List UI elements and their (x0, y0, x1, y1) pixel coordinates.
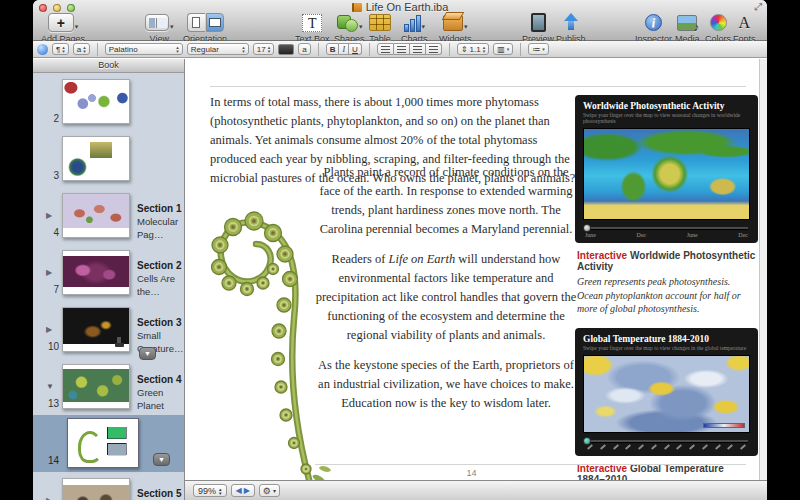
page-thumbnail[interactable] (62, 79, 130, 124)
interactive-tag: Interactive (577, 250, 627, 261)
section-thumbnail[interactable] (62, 478, 130, 500)
landscape-icon[interactable] (206, 13, 224, 32)
body-paragraph-2: Plants paint a record of climate conditi… (313, 163, 579, 239)
bold-button[interactable]: B (326, 43, 340, 55)
book-page[interactable]: In terms of total mass, there is about 1… (185, 59, 758, 480)
book-sidebar: Book 2 3 ▶ 4 Section 1Molecular Pag… ▶ 7… (33, 59, 185, 500)
portrait-icon[interactable] (187, 13, 205, 32)
text-style-group: B I U (326, 43, 362, 55)
font-size-stepper[interactable]: 17▴▾ (253, 43, 274, 55)
text-box-button[interactable]: T Text Box (295, 12, 330, 44)
align-right-button[interactable] (410, 43, 426, 55)
disclosure-triangle-icon[interactable]: ▶ (46, 496, 52, 500)
columns-dropdown[interactable]: ▥ ▾ (493, 43, 513, 55)
align-left-button[interactable] (377, 43, 394, 55)
sidebar-page-3[interactable]: 3 (33, 130, 184, 187)
alignment-group (377, 43, 442, 55)
temperature-widget[interactable]: Global Temperature 1884-2010 Swipe your … (575, 328, 758, 456)
vertical-scrollbar[interactable] (759, 59, 767, 480)
next-page-button[interactable]: ▶ (244, 486, 250, 495)
fonts-icon: A (738, 14, 750, 32)
disclosure-triangle-icon[interactable]: ▶ (46, 325, 52, 334)
shapes-button[interactable]: ▾ Shapes (334, 12, 365, 44)
page-thumbnail[interactable] (62, 136, 130, 181)
page-top-rule (210, 86, 746, 87)
zoom-level-dropdown[interactable]: 99%▴▾ (193, 484, 227, 497)
character-style-dropdown[interactable]: a▴▾ (73, 43, 90, 55)
sidebar-section-3[interactable]: ▶ 10 Section 3Small Creature… ▼ (33, 301, 184, 358)
sidebar-section-1[interactable]: ▶ 4 Section 1Molecular Pag… (33, 187, 184, 244)
align-center-button[interactable] (394, 43, 410, 55)
page-nav-buttons: ◀ ▶ (231, 484, 255, 497)
charts-button[interactable]: ▾ Charts (401, 12, 428, 44)
text-box-icon: T (302, 14, 322, 32)
titlebar: Life On Earth.iba ⤢ +▾ Add Pages ▾ View … (33, 0, 767, 41)
photosynthesis-map[interactable] (583, 128, 750, 220)
year-tick-marks (587, 446, 746, 448)
section-thumbnail[interactable] (62, 364, 130, 409)
sidebar-header: Book (33, 59, 184, 73)
slider-knob-icon[interactable] (583, 437, 591, 445)
sidebar-section-2[interactable]: ▶ 7 Section 2Cells Are the… (33, 244, 184, 301)
page-thumbnail[interactable] (67, 418, 139, 468)
background-color-well[interactable]: a (298, 43, 310, 55)
widget-column: Worldwide Photosynthetic Activity Swipe … (575, 95, 758, 480)
photosynthesis-caption: InteractiveWorldwide Photosynthetic Acti… (577, 250, 756, 316)
slider-knob-icon[interactable] (583, 224, 591, 232)
temperature-map[interactable] (583, 355, 750, 433)
colors-icon (710, 14, 727, 31)
action-gear-menu[interactable]: ⚙▾ (259, 484, 280, 497)
stamp-cursor-icon (115, 337, 124, 348)
table-button[interactable]: Table (369, 12, 391, 44)
add-pages-button[interactable]: +▾ Add Pages (41, 12, 85, 44)
orientation-control[interactable]: Orientation (183, 12, 227, 44)
section-thumbnail[interactable] (62, 193, 130, 238)
page-bottom-rule (315, 464, 746, 465)
italic-button[interactable]: I (339, 43, 349, 55)
page-options-button[interactable]: ▼ (153, 453, 170, 466)
sidebar-page-14-selected[interactable]: 14 ▼ (33, 415, 184, 472)
view-button[interactable]: ▾ View (145, 12, 174, 44)
disclosure-triangle-icon[interactable]: ▶ (46, 211, 52, 220)
sidebar-section-4[interactable]: ▼ 13 Section 4Green Planet (33, 358, 184, 415)
publish-button[interactable]: Publish (556, 12, 586, 44)
previous-page-button[interactable]: ◀ (236, 486, 242, 495)
colors-button[interactable]: Colors (705, 12, 731, 44)
status-bar: 99%▴▾ ◀ ▶ ⚙▾ (185, 480, 767, 500)
main-canvas: In terms of total mass, there is about 1… (185, 59, 767, 500)
photosynthesis-widget[interactable]: Worldwide Photosynthetic Activity Swipe … (575, 95, 758, 243)
temperature-legend (703, 423, 745, 428)
list-style-dropdown[interactable]: ≔ ▾ (528, 43, 549, 55)
media-button[interactable]: Media (675, 12, 700, 44)
year-slider[interactable] (583, 436, 750, 452)
season-slider[interactable]: June Dec June Dec (583, 223, 750, 239)
table-icon (369, 14, 391, 31)
section-thumbnail[interactable] (62, 250, 130, 295)
font-family-dropdown[interactable]: Palatino▴▾ (105, 43, 183, 55)
media-icon (677, 15, 697, 31)
widgets-icon (443, 15, 463, 31)
body-paragraph-4: As the keystone species of the Earth, pr… (313, 356, 579, 413)
font-style-dropdown[interactable]: Regular▴▾ (187, 43, 249, 55)
sidebar-page-2[interactable]: 2 (33, 73, 184, 130)
sidebar-section-5[interactable]: ▶ Section 5 (33, 472, 184, 500)
fern-illustration (191, 157, 333, 480)
shapes-icon (336, 13, 358, 32)
inspector-icon: i (645, 14, 662, 31)
align-justify-button[interactable] (426, 43, 442, 55)
text-color-well[interactable] (278, 44, 294, 55)
line-spacing-stepper[interactable]: ⇕ 1.1▴▾ (457, 43, 489, 55)
style-sphere-icon[interactable] (37, 44, 48, 55)
preview-button[interactable]: Preview (522, 12, 554, 44)
paragraph-style-dropdown[interactable]: ¶▴▾ (52, 43, 69, 55)
underline-button[interactable]: U (349, 43, 362, 55)
widgets-button[interactable]: ▾ Widgets (439, 12, 472, 44)
fonts-button[interactable]: A Fonts (733, 12, 756, 44)
disclosure-triangle-icon[interactable]: ▼ (46, 382, 54, 391)
inspector-button[interactable]: i Inspector (635, 12, 672, 44)
body-text-column: Plants paint a record of climate conditi… (313, 163, 579, 424)
disclosure-triangle-icon[interactable]: ▶ (46, 268, 52, 277)
body-paragraph-3: Readers of Life on Earth will understand… (313, 250, 579, 345)
charts-icon (404, 14, 421, 32)
publish-icon (563, 13, 579, 32)
